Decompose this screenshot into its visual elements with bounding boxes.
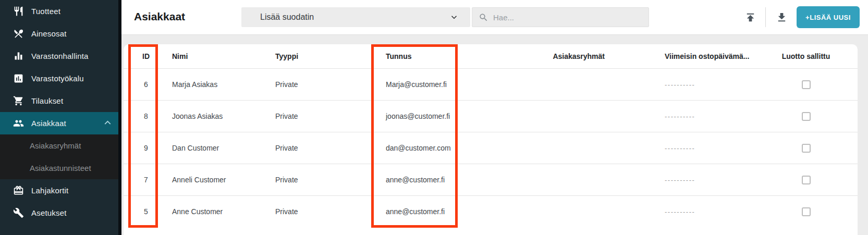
sidebar-item-label: Asiakkaat — [31, 119, 66, 128]
search-input[interactable] — [493, 13, 642, 22]
cell-id: 6 — [130, 80, 162, 89]
cell-id: 7 — [130, 176, 162, 184]
sidebar-item-varastonhallinta[interactable]: Varastonhallinta — [0, 45, 121, 67]
cell-tunnus: joonas@customer.fi — [368, 112, 472, 120]
luotto-checkbox[interactable] — [802, 112, 811, 121]
restaurant-icon — [13, 6, 24, 17]
sidebar-item-label: Lahjakortit — [31, 186, 68, 195]
cell-tunnus: Marja@customer.fi — [368, 80, 472, 89]
table-row[interactable]: 8 Joonas Asiakas Private joonas@customer… — [124, 100, 858, 132]
people-icon — [13, 118, 24, 129]
column-header-luotto-sallittu[interactable]: Luotto sallittu — [777, 52, 851, 60]
add-new-button[interactable]: +LISÄÄ UUSI — [797, 6, 860, 28]
sidebar-item-varastotyokalu[interactable]: Varastotyökalu — [0, 67, 121, 90]
column-header-asiakasryhmat[interactable]: Asiakasryhmät — [472, 52, 605, 60]
sidebar-item-ainesosat[interactable]: Ainesosat — [0, 22, 121, 45]
content-area: ID Nimi Tyyppi Tunnus Asiakasryhmät Viim… — [121, 35, 868, 235]
sidebar-item-asetukset[interactable]: Asetukset — [0, 202, 121, 224]
luotto-checkbox[interactable] — [802, 207, 811, 216]
cell-tyyppi: Private — [271, 80, 368, 89]
cell-id: 9 — [130, 144, 162, 152]
sidebar-item-label: Asetukset — [31, 208, 67, 217]
cell-nimi: Joonas Asiakas — [162, 112, 271, 120]
cell-viimeisin-ostopaiva: ---------- — [605, 81, 777, 89]
cell-tunnus: anne@customer.fi — [368, 207, 472, 216]
cell-tyyppi: Private — [271, 207, 368, 216]
cell-tunnus: anne@customer.fi — [368, 176, 472, 184]
cell-tunnus: dan@customer.com — [368, 144, 472, 152]
sidebar-item-asiakasryhmat[interactable]: Asiakasryhmät — [0, 134, 121, 157]
download-icon — [776, 11, 788, 23]
sidebar-item-label: Varastonhallinta — [31, 52, 89, 60]
crossed-utensils-icon — [13, 28, 24, 39]
search-box — [472, 7, 649, 27]
cell-id: 8 — [130, 112, 162, 120]
table-row[interactable]: 7 Anneli Customer Private anne@customer.… — [124, 164, 858, 195]
export-button[interactable] — [775, 11, 788, 24]
topbar: Asiakkaat Lisää suodatin +LISÄÄ UUSI — [121, 0, 868, 35]
main-area: Asiakkaat Lisää suodatin +LISÄÄ UUSI ID … — [121, 0, 868, 235]
sidebar-item-lahjakortit[interactable]: Lahjakortit — [0, 179, 121, 202]
sidebar-subitem-label: Asiakasryhmät — [30, 141, 81, 150]
cell-nimi: Marja Asiakas — [162, 80, 271, 89]
customers-table-card: ID Nimi Tyyppi Tunnus Asiakasryhmät Viim… — [124, 44, 858, 235]
page-title: Asiakkaat — [134, 10, 185, 23]
sidebar-item-label: Varastotyökalu — [31, 74, 84, 83]
chevron-up-icon — [102, 117, 113, 130]
table-row[interactable]: 6 Marja Asiakas Private Marja@customer.f… — [124, 68, 858, 100]
sidebar-item-asiakastunnisteet[interactable]: Asiakastunnisteet — [0, 157, 121, 179]
bar-chart-icon — [13, 51, 24, 61]
column-header-tunnus[interactable]: Tunnus — [368, 52, 472, 60]
sidebar: Tuotteet Ainesosat Varastonhallinta Vara… — [0, 0, 121, 235]
cell-tyyppi: Private — [271, 112, 368, 120]
wrench-icon — [13, 207, 24, 218]
column-header-viimeisin-ostopaiva[interactable]: Viimeisin ostopäivämä... — [605, 52, 777, 60]
sidebar-item-label: Ainesosat — [31, 29, 67, 38]
sidebar-item-tuotteet[interactable]: Tuotteet — [0, 0, 121, 22]
cell-nimi: Anneli Customer — [162, 176, 271, 184]
cell-nimi: Anne Customer — [162, 207, 271, 216]
cell-id: 5 — [130, 207, 162, 216]
sidebar-submenu: Asiakasryhmät Asiakastunnisteet — [0, 134, 121, 179]
column-header-tyyppi[interactable]: Tyyppi — [271, 52, 368, 60]
table-row[interactable]: 9 Dan Customer Private dan@customer.com … — [124, 132, 858, 164]
luotto-checkbox[interactable] — [802, 80, 811, 89]
cell-viimeisin-ostopaiva: ---------- — [605, 113, 777, 120]
cell-viimeisin-ostopaiva: ---------- — [605, 176, 777, 184]
add-filter-dropdown[interactable]: Lisää suodatin — [241, 7, 470, 27]
import-button[interactable] — [744, 11, 756, 24]
column-header-nimi[interactable]: Nimi — [162, 52, 271, 60]
sidebar-item-label: Tuotteet — [31, 7, 60, 16]
sidebar-subitem-label: Asiakastunnisteet — [30, 164, 91, 172]
luotto-checkbox[interactable] — [802, 144, 811, 153]
toolbar-divider — [765, 7, 766, 27]
cell-nimi: Dan Customer — [162, 144, 271, 152]
chevron-down-icon — [449, 13, 459, 22]
chart-box-icon — [13, 73, 24, 84]
table-header-row: ID Nimi Tyyppi Tunnus Asiakasryhmät Viim… — [124, 44, 858, 68]
upload-icon — [744, 11, 756, 23]
sidebar-item-label: Tilaukset — [31, 96, 63, 105]
cell-viimeisin-ostopaiva: ---------- — [605, 208, 777, 216]
shopping-cart-icon — [13, 95, 24, 106]
sidebar-item-asiakkaat[interactable]: Asiakkaat — [0, 112, 121, 134]
table-row[interactable]: 5 Anne Customer Private anne@customer.fi… — [124, 195, 858, 227]
search-icon — [479, 13, 488, 22]
cell-viimeisin-ostopaiva: ---------- — [605, 144, 777, 152]
add-filter-label: Lisää suodatin — [260, 13, 314, 22]
cell-tyyppi: Private — [271, 144, 368, 152]
column-header-id[interactable]: ID — [130, 52, 162, 60]
sidebar-item-tilaukset[interactable]: Tilaukset — [0, 90, 121, 112]
luotto-checkbox[interactable] — [802, 176, 811, 184]
giftcard-icon — [13, 185, 24, 196]
cell-tyyppi: Private — [271, 176, 368, 184]
